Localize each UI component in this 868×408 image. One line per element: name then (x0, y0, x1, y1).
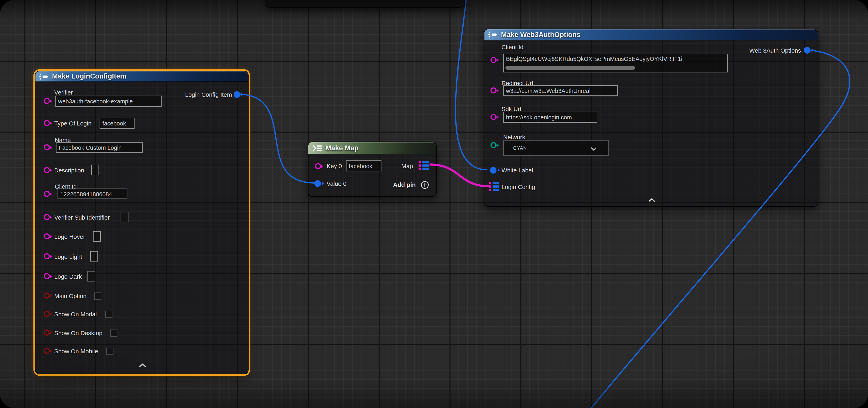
client-id-field[interactable]: BEglQSgt4cUWcj6SKRdu5QkOXTsePmMcusG5EAoy… (503, 54, 728, 72)
node-title: Make Web3AuthOptions (501, 31, 581, 38)
output-pin-label: Web 3Auth Options (749, 46, 801, 54)
show-on-mobile-checkbox[interactable] (106, 348, 114, 355)
show-on-modal-pin[interactable] (44, 311, 50, 317)
pin-label-key0: Key 0 (327, 162, 342, 170)
make-map-icon (312, 144, 322, 152)
blueprint-editor: Make LoginConfigItem Login Config Item V… (0, 0, 868, 408)
main-option-pin[interactable] (44, 293, 50, 299)
node-make-loginconfigitem[interactable]: Make LoginConfigItem Login Config Item V… (35, 71, 249, 374)
logo-dark-field[interactable] (88, 271, 95, 281)
value0-pin[interactable] (314, 180, 321, 187)
network-dropdown[interactable]: CYAN (503, 140, 609, 156)
wire-top-to-whitelabel (456, 0, 487, 170)
client-id-pin[interactable] (44, 191, 50, 197)
pin-label-logo-hover: Logo Hover (54, 233, 85, 240)
pin-label-login-config: Login Config (501, 183, 535, 191)
node-make-web3authoptions[interactable]: Make Web3AuthOptions Web 3Auth Options C… (484, 29, 818, 207)
logo-hover-field[interactable] (93, 231, 101, 242)
show-on-desktop-pin[interactable] (44, 330, 50, 336)
pin-label-show-on-modal: Show On Modal (54, 310, 97, 318)
verifier-field[interactable]: web3auth-facebook-example (55, 96, 162, 107)
wire-map-to-loginconfig (430, 165, 489, 186)
verifier-sub-identifier-field[interactable] (121, 212, 128, 222)
pin-label-main-option: Main Option (54, 292, 87, 300)
pin-label-logo-light: Logo Light (54, 253, 82, 261)
verifier-pin[interactable] (44, 98, 50, 104)
type-of-login-field[interactable]: facebook (100, 118, 134, 129)
make-struct-icon (488, 31, 498, 38)
client-id-pin[interactable] (491, 57, 497, 63)
pin-label-logo-dark: Logo Dark (54, 273, 82, 280)
blueprint-canvas[interactable]: Make LoginConfigItem Login Config Item V… (0, 0, 868, 408)
pin-label-type-of-login: Type Of Login (54, 120, 92, 127)
pin-label-verifier-sub-identifier: Verifier Sub Identifier (54, 213, 110, 221)
main-option-checkbox[interactable] (94, 293, 101, 300)
logo-dark-pin[interactable] (44, 273, 50, 279)
pin-label-show-on-mobile: Show On Mobile (54, 347, 98, 355)
add-pin-label: Add pin (393, 181, 416, 188)
node-header[interactable]: Make Map (308, 142, 436, 154)
verifier-sub-identifier-pin[interactable] (44, 214, 50, 220)
node-header[interactable]: Make LoginConfigItem (35, 71, 248, 82)
logo-light-pin[interactable] (44, 253, 50, 259)
redirect-url-field[interactable]: w3a://com.w3a.Web3AuthUnreal (503, 85, 618, 96)
name-field[interactable]: Facebook Custom Login (56, 142, 143, 152)
network-pin[interactable] (491, 142, 497, 148)
pin-label-value0: Value 0 (327, 180, 346, 188)
pin-label-verifier: Verifier (54, 89, 73, 96)
node-make-map[interactable]: Make Map Key 0 facebook Map Value 0 Add … (308, 141, 437, 197)
key0-field[interactable]: facebook (346, 160, 381, 171)
client-id-field-scrollbar[interactable] (505, 66, 635, 70)
pin-label-client-id: Client Id (501, 43, 523, 51)
login-config-map-pin[interactable] (489, 182, 499, 191)
redirect-url-pin[interactable] (491, 88, 497, 94)
chevron-down-icon (591, 147, 597, 151)
description-pin[interactable] (44, 167, 50, 173)
name-pin[interactable] (44, 144, 50, 150)
sdk-url-field[interactable]: https://sdk.openlogin.com (503, 112, 597, 123)
pin-label-network: Network (503, 133, 525, 141)
description-field[interactable] (91, 165, 99, 175)
pin-label-description: Description (54, 166, 84, 174)
make-struct-icon (39, 73, 49, 80)
white-label-pin[interactable] (490, 167, 497, 174)
node-title: Make LoginConfigItem (52, 72, 126, 80)
client-id-field[interactable]: 1222658941886084 (58, 189, 127, 199)
add-pin-icon[interactable] (421, 181, 429, 189)
pin-label-show-on-desktop: Show On Desktop (54, 329, 102, 337)
show-on-mobile-pin[interactable] (44, 348, 50, 354)
node-header[interactable]: Make Web3AuthOptions (485, 29, 818, 40)
logo-light-field[interactable] (90, 251, 98, 262)
node-title: Make Map (326, 144, 359, 152)
pin-label-white-label: White Label (501, 166, 533, 174)
map-output-pin[interactable] (418, 161, 429, 170)
key0-pin[interactable] (315, 163, 321, 169)
output-pin-label: Login Config Item (185, 91, 232, 98)
collapse-node-icon[interactable] (648, 198, 655, 202)
web3auth-options-output-pin[interactable] (804, 47, 810, 54)
pin-label-map-output: Map (401, 162, 413, 170)
type-of-login-pin[interactable] (44, 120, 50, 126)
collapse-node-icon[interactable] (139, 363, 146, 368)
partial-offscreen-node[interactable] (266, 0, 465, 8)
sdk-url-pin[interactable] (491, 114, 497, 120)
login-config-item-output-pin[interactable] (234, 91, 240, 98)
show-on-desktop-checkbox[interactable] (110, 330, 118, 337)
logo-hover-pin[interactable] (44, 233, 50, 239)
show-on-modal-checkbox[interactable] (105, 311, 113, 318)
